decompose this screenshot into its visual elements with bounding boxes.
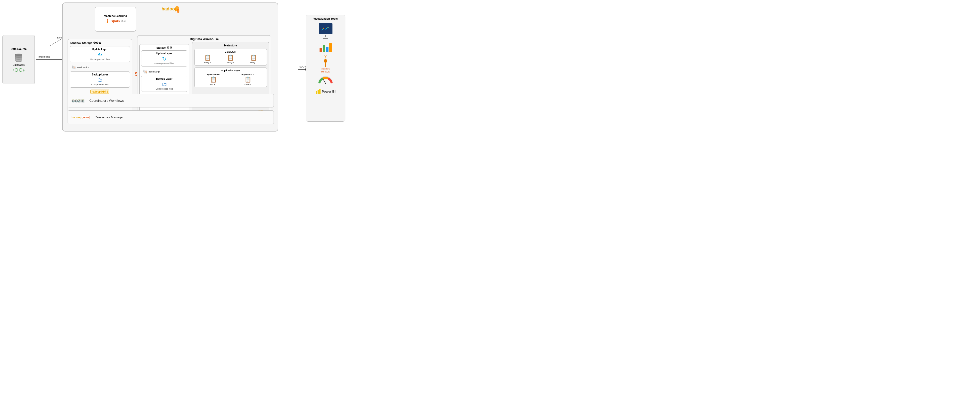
svg-rect-39 [319,89,321,94]
spark-label: Spark [111,19,120,23]
metastore-title: Metastore [194,44,267,47]
sandbox-backup-subtitle: Compressed files [72,83,128,86]
bdw-update-subtitle: Uncompressed files [143,62,186,65]
bar-2 [323,45,325,52]
svg-rect-38 [318,90,319,94]
oozie-bar: OOZiE Coordinator ; Workflows [68,94,274,108]
app-layer-title: Application Layer [196,69,265,72]
monitor-base [323,38,328,39]
bdw-refresh-icon: ↻ [143,56,186,62]
app-row: Application A 📋 Join A-C Application B 📋… [196,73,265,86]
bar-3 [326,47,328,52]
database-icon [13,52,25,62]
machine-learning-box: Machine Learning Spark MLlib [95,7,136,32]
hadoop-logo-svg: hadoop [160,5,180,14]
data-layer-box: Data Layer 📋 Entity A 📋 Entity B 📋 En [194,49,267,65]
folder-icon: 🗂 [72,77,128,83]
svg-point-33 [328,27,328,28]
entity-a-label: Entity A [204,62,211,64]
app-a-item: Application A 📋 Join A-C [207,73,220,86]
sandbox-backup-layer: Backup Layer 🗂 Compressed files [70,71,130,87]
data-layer-title: Data Layer [196,51,265,53]
cloudera-label: cloudera [321,68,329,70]
spark-flame-icon [105,18,110,24]
viz-title: Visualization Tools [313,17,338,20]
svg-point-36 [325,82,326,84]
cloudera-impala-area: cloudera IMPALA [321,55,331,73]
bdw-title: Big Data Warehouse [139,38,269,41]
monitor-icon [319,23,332,34]
spark-logo: Spark MLlib [105,18,126,24]
gauge-item [318,76,333,86]
powerbi-logo: Power BI [315,89,336,94]
yarn-desc: Resources Manager [94,116,124,119]
sandbox-update-title: Update Layer [72,48,128,51]
svg-point-25 [177,9,180,13]
bdw-bash-script: 🐚 Bash Script [141,68,187,75]
sandbox-update-layer: Update Layer ↻ Uncompressed files [70,46,130,62]
entity-c-label: Entity C [250,62,257,64]
sandbox-bash-label: Bash Script [77,66,89,69]
entity-a-item: 📋 Entity A [204,55,211,64]
sqoop-logo: s p [13,68,25,72]
sandbox-bash-script: 🐚 Bash Script [70,64,130,70]
hadoop-main-box: hadoop Machine Learning Spark MLlib Sand… [62,3,278,131]
bar-chart-item [320,42,332,52]
app-a-icon: 📋 [210,76,217,83]
bdw-storage-title: Storage ⚙⚙ [141,46,187,49]
yarn-badge: YARN [82,116,90,119]
bdw-backup-subtitle: Compressed files [143,87,186,90]
oozie-text: OOZiE [72,98,84,103]
powerbi-icon [315,89,321,94]
impala-icon [321,55,331,67]
bdw-bash-label: Bash Script [149,70,160,73]
gauge-icon [318,76,333,85]
app-b-item: Application B 📋 Join B-C [242,73,255,86]
monitor-chart-item [319,23,332,39]
visualization-tools-box: Visualization Tools [305,15,345,122]
spark-sub-label: MLlib [121,20,126,22]
entity-row: 📋 Entity A 📋 Entity B 📋 Entity C [196,55,265,64]
entity-b-item: 📋 Entity B [227,55,234,64]
app-b-label: Application B [242,73,255,75]
sandbox-update-subtitle: Uncompressed files [72,58,128,60]
ml-title: Machine Learning [104,14,127,17]
bdw-backup-title: Backup Layer [143,78,186,80]
diagram-container: Import data Enrichment Enrichment Enrich… [0,0,348,144]
storage-title-text: Storage [156,46,165,49]
svg-line-35 [323,79,326,83]
entity-c-icon: 📋 [250,55,257,61]
power-bi-area: Power BI [315,89,336,94]
impala-label: IMPALA [321,70,330,73]
oozie-logo: OOZiE [72,98,84,103]
data-source-title: Data Source [11,48,27,51]
db-label: Databases [13,63,25,66]
sandbox-title: Sandbox Storage ⚙⚙⚙ [70,41,130,45]
monitor-stand [325,35,326,37]
bdw-backup-layer: Backup Layer 🗂 Compressed files [141,76,187,92]
powerbi-label: Power BI [322,90,336,93]
entity-b-label: Entity B [227,62,234,64]
yarn-logo: hadoop YARN [72,116,89,119]
app-a-label: Application A [207,73,220,75]
sandbox-storage-box: Sandbox Storage ⚙⚙⚙ Update Layer ↻ Uncom… [68,39,132,121]
bdw-update-layer: Update Layer ↻ Uncompressed files [141,51,187,67]
svg-text:Import data: Import data [38,55,50,58]
bar-1 [320,48,322,52]
bdw-folder-icon: 🗂 [143,81,186,87]
entity-a-icon: 📋 [204,55,211,61]
bar-4 [329,43,332,52]
join-a-label: Join A-C [210,83,217,86]
yarn-bar: hadoop YARN Resources Manager [68,111,274,124]
oozie-desc: Coordinator ; Workflows [89,99,124,103]
refresh-icon: ↻ [72,52,128,58]
sandbox-hdfs-logo: hadoop HDFS [70,89,130,93]
bdw-update-title: Update Layer [143,52,186,55]
yarn-text: hadoop [72,116,81,119]
entity-c-item: 📋 Entity C [250,55,257,64]
monitor-display-icon [321,25,331,32]
join-b-label: Join B-C [244,83,252,86]
sandbox-hdfs-label: hadoop HDFS [91,90,109,94]
app-b-icon: 📋 [245,76,251,83]
data-source-box: Data Source Databases s p [3,35,35,84]
